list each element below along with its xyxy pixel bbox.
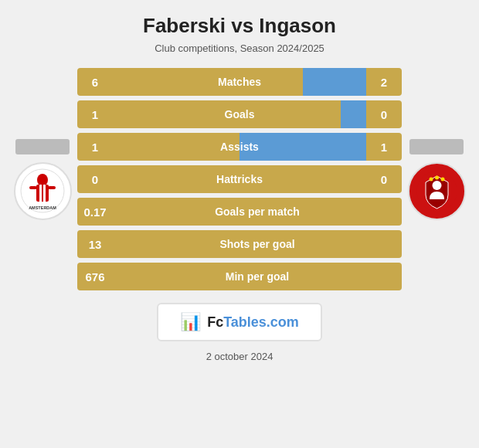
stat-left-val: 6 [77,68,113,96]
ajax-logo-svg: AMSTERDAM [19,168,66,214]
svg-rect-5 [29,186,37,189]
stat-row-goals-per-match: 0.17Goals per match [77,198,402,226]
ingason-logo-svg [416,170,458,212]
left-team-logo-area: AMSTERDAM [8,139,77,220]
svg-rect-6 [48,186,56,189]
stat-left-val: 13 [77,230,113,258]
stat-left-val: 0 [77,165,113,193]
page-title: Faberski vs Ingason [143,14,336,38]
stat-label: Min per goal [226,270,289,283]
stat-left-val: 1 [77,133,113,161]
comparison-area: AMSTERDAM 6Matches21Goals01Assists10Hatt… [8,68,471,290]
stat-right-val: 0 [366,100,402,128]
page-wrapper: Faberski vs Ingason Club competitions, S… [0,0,479,448]
stat-row-min-per-goal: 676Min per goal [77,263,402,290]
stat-label: Shots per goal [219,238,294,250]
stat-row-assists: 1Assists1 [77,133,402,161]
stat-bar: Hattricks [113,165,366,193]
fctables-icon: 📊 [180,312,201,332]
footer-date: 2 october 2024 [206,351,273,362]
fctables-brand: Tables.com [223,314,299,330]
stat-row-goals: 1Goals0 [77,100,402,128]
stat-label: Hattricks [216,173,263,185]
stat-row-shots-per-goal: 13Shots per goal [77,230,402,258]
svg-rect-2 [36,185,49,202]
stat-label: Assists [220,141,259,153]
right-banner [409,139,464,154]
svg-rect-3 [39,185,42,202]
stat-left-val: 1 [77,100,113,128]
fctables-banner: 📊 FcTables.com [157,303,322,341]
stat-bar: Min per goal [113,263,402,290]
left-banner [15,139,70,154]
svg-text:AMSTERDAM: AMSTERDAM [29,205,56,210]
fctables-text: FcTables.com [207,314,299,331]
stat-bar: Shots per goal [113,230,402,258]
progress-fill [303,68,366,96]
stat-label: Goals per match [215,205,300,218]
ingason-logo [408,162,466,220]
stat-bar: Goals [113,100,366,128]
stat-label: Goals [225,108,255,120]
stat-left-val: 0.17 [77,198,113,226]
stat-row-matches: 6Matches2 [77,68,402,96]
progress-fill [341,100,366,128]
svg-point-9 [432,181,441,190]
ajax-logo: AMSTERDAM [14,162,72,220]
stat-bar: Goals per match [113,198,402,226]
stat-left-val: 676 [77,263,113,290]
page-subtitle: Club competitions, Season 2024/2025 [155,42,324,54]
stat-right-val: 0 [366,165,402,193]
stat-right-val: 2 [366,68,402,96]
svg-point-11 [435,175,439,179]
stat-label: Matches [218,76,261,88]
right-team-logo-area [402,139,471,220]
stat-bar: Matches [113,68,366,96]
svg-point-12 [440,177,444,181]
stats-area: 6Matches21Goals01Assists10Hattricks00.17… [77,68,402,290]
stat-bar: Assists [113,133,366,161]
svg-point-1 [37,174,48,186]
stat-right-val: 1 [366,133,402,161]
svg-rect-4 [43,185,46,202]
svg-point-10 [429,177,433,181]
stat-row-hattricks: 0Hattricks0 [77,165,402,193]
